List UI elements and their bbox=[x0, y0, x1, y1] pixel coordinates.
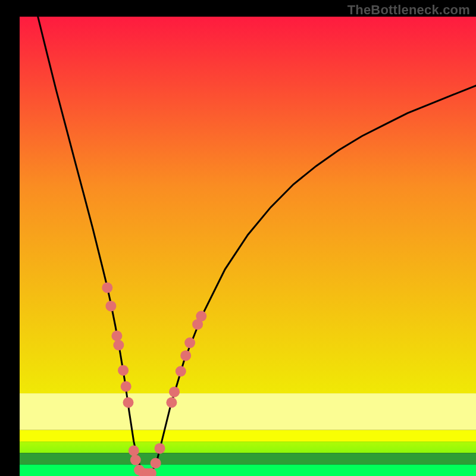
data-marker bbox=[169, 387, 180, 397]
data-marker bbox=[111, 331, 122, 342]
data-marker bbox=[180, 350, 191, 361]
plot-area bbox=[20, 17, 476, 476]
data-marker bbox=[121, 381, 131, 392]
data-marker bbox=[184, 337, 195, 348]
data-marker bbox=[113, 340, 124, 350]
data-marker bbox=[151, 458, 161, 468]
chart-frame: TheBottleneck.com bbox=[0, 0, 476, 476]
data-marker bbox=[129, 446, 139, 456]
watermark-text: TheBottleneck.com bbox=[347, 2, 470, 18]
gradient-band-yellow-strip bbox=[20, 430, 476, 441]
data-marker bbox=[196, 311, 206, 321]
data-marker bbox=[130, 455, 141, 465]
bottleneck-chart bbox=[0, 0, 476, 476]
gradient-band-pale-yellow bbox=[20, 393, 476, 430]
data-marker bbox=[176, 366, 186, 377]
data-marker bbox=[155, 443, 165, 454]
data-marker bbox=[123, 397, 134, 408]
data-marker bbox=[105, 300, 116, 311]
data-marker bbox=[166, 397, 177, 408]
gradient-band-bright-green bbox=[20, 465, 476, 476]
gradient-band-red-yellow-top bbox=[20, 17, 476, 393]
gradient-band-dark-green bbox=[20, 453, 476, 464]
data-marker bbox=[102, 283, 112, 293]
data-marker bbox=[118, 365, 129, 375]
gradient-band-lime-strip bbox=[20, 441, 476, 453]
